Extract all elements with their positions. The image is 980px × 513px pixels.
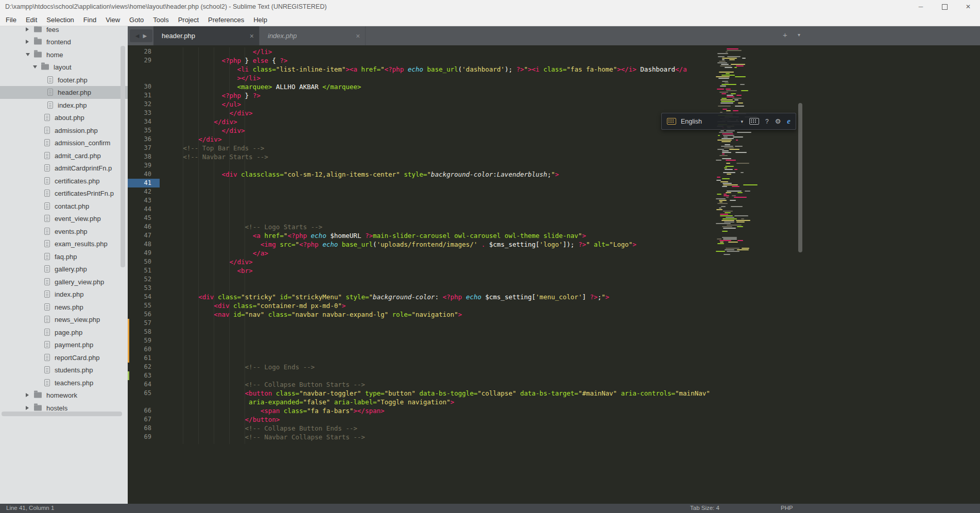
code-line[interactable]: 65 <button class="navbar-toggler" type="… bbox=[128, 389, 980, 398]
code-line[interactable]: 40 <div classclass="col-sm-12,align-item… bbox=[128, 170, 980, 179]
code-line[interactable]: 34 </div> bbox=[128, 117, 980, 126]
maximize-button[interactable] bbox=[933, 0, 956, 13]
code-line[interactable]: 68 <!-- Collapse Button Ends --> bbox=[128, 424, 980, 433]
menu-item-view[interactable]: View bbox=[101, 16, 125, 24]
tab-index-php[interactable]: index.php× bbox=[260, 26, 366, 45]
code-line[interactable]: 66 <span class="fa fa-bars"></span> bbox=[128, 406, 980, 415]
minimize-button[interactable]: ─ bbox=[909, 0, 933, 13]
menu-item-help[interactable]: Help bbox=[249, 16, 272, 24]
sidebar-item-news-php[interactable]: news.php bbox=[0, 300, 128, 313]
tab-close-icon[interactable]: × bbox=[356, 32, 360, 40]
gear-icon[interactable]: ⚙ bbox=[775, 117, 781, 125]
code-line[interactable]: ></li> bbox=[128, 74, 980, 82]
expand-arrow-icon[interactable] bbox=[26, 40, 29, 44]
code-line[interactable]: 63 bbox=[128, 371, 980, 380]
sidebar-item-contact-php[interactable]: contact.php bbox=[0, 199, 128, 212]
code-line[interactable]: 31 <?php } ?> bbox=[128, 91, 980, 100]
code-line[interactable]: 50 </div> bbox=[128, 258, 980, 266]
menu-item-edit[interactable]: Edit bbox=[21, 16, 42, 24]
code-line[interactable]: 49 </a> bbox=[128, 249, 980, 258]
code-line[interactable]: 69 <!-- Navbar Collapse Starts --> bbox=[128, 433, 980, 441]
code-line[interactable]: 35 </div> bbox=[128, 126, 980, 135]
sidebar-item-admit-card-php[interactable]: admit_card.php bbox=[0, 149, 128, 162]
sidebar-item-reportcard-php[interactable]: reportCard.php bbox=[0, 351, 128, 364]
code-line[interactable]: 52 bbox=[128, 275, 980, 284]
expand-arrow-icon[interactable] bbox=[26, 53, 30, 56]
sidebar-item-gallery-php[interactable]: gallery.php bbox=[0, 263, 128, 276]
minimap[interactable] bbox=[715, 45, 752, 313]
code-line[interactable]: 42 bbox=[128, 187, 980, 196]
code-line[interactable]: 29 <?php } else { ?> bbox=[128, 56, 980, 65]
tab-size-indicator[interactable]: Tab Size: 4 bbox=[690, 505, 719, 511]
close-button[interactable]: ✕ bbox=[956, 0, 980, 13]
code-line[interactable]: 58 bbox=[128, 328, 980, 336]
editor-scrollbar[interactable] bbox=[798, 103, 802, 252]
code-line[interactable]: 64 <!-- Collapse Button Starts --> bbox=[128, 380, 980, 389]
menu-item-selection[interactable]: Selection bbox=[42, 16, 78, 24]
sidebar-item-header-php[interactable]: header.php bbox=[0, 86, 128, 99]
code-line[interactable]: 57 bbox=[128, 319, 980, 328]
tab-header-php[interactable]: header.php× bbox=[153, 26, 260, 45]
code-line[interactable]: 43 bbox=[128, 196, 980, 205]
back-icon[interactable]: ◀ bbox=[135, 33, 140, 39]
expand-arrow-icon[interactable] bbox=[26, 406, 29, 410]
code-line[interactable]: 38 <!-- Navbar Starts --> bbox=[128, 152, 980, 161]
expand-arrow-icon[interactable] bbox=[26, 27, 29, 31]
code-line[interactable]: 44 bbox=[128, 205, 980, 214]
sidebar-item-faq-php[interactable]: faq.php bbox=[0, 250, 128, 263]
sidebar-item-admission-confirm[interactable]: admission_confirm bbox=[0, 136, 128, 149]
sidebar-item-event-view-php[interactable]: event_view.php bbox=[0, 212, 128, 225]
sidebar-item-events-php[interactable]: events.php bbox=[0, 225, 128, 237]
sidebar-item-certificates-php[interactable]: certificates.php bbox=[0, 174, 128, 187]
code-line[interactable]: <li class="list-inline-item"><a href="<?… bbox=[128, 65, 980, 74]
code-line[interactable]: 51 <br> bbox=[128, 266, 980, 275]
sidebar-item-page-php[interactable]: page.php bbox=[0, 326, 128, 338]
code-line[interactable]: 28 </li> bbox=[128, 47, 980, 56]
language-bar[interactable]: English ▾ ? ⚙ e bbox=[661, 113, 796, 130]
code-line[interactable]: 47 <a href="<?php echo $homeURL ?>main-s… bbox=[128, 231, 980, 240]
code-line[interactable]: 36 </div> bbox=[128, 135, 980, 144]
code-area[interactable]: 28 </li>29 <?php } else { ?> <li class="… bbox=[128, 45, 980, 504]
sidebar-item-students-php[interactable]: students.php bbox=[0, 364, 128, 377]
sidebar-item-teachers-php[interactable]: teachers.php bbox=[0, 376, 128, 389]
menu-item-project[interactable]: Project bbox=[174, 16, 203, 24]
new-tab-icon[interactable]: + bbox=[783, 30, 787, 39]
code-line[interactable]: 67 </button> bbox=[128, 415, 980, 424]
sidebar-item-admission-php[interactable]: admission.php bbox=[0, 124, 128, 136]
sidebar-item-layout[interactable]: layout bbox=[0, 61, 128, 74]
sidebar-item-gallery-view-php[interactable]: gallery_view.php bbox=[0, 275, 128, 288]
chevron-down-icon[interactable]: ▾ bbox=[741, 119, 743, 124]
ie-icon[interactable]: e bbox=[787, 117, 790, 126]
code-line[interactable]: 59 bbox=[128, 336, 980, 345]
code-line[interactable]: 46 <!-- Logo Starts --> bbox=[128, 223, 980, 231]
expand-arrow-icon[interactable] bbox=[26, 393, 29, 397]
sidebar-item-homework[interactable]: homework bbox=[0, 389, 128, 402]
sidebar-item-fees[interactable]: fees bbox=[0, 26, 128, 36]
sidebar-item-footer-php[interactable]: footer.php bbox=[0, 73, 128, 86]
menu-item-preferences[interactable]: Preferences bbox=[203, 16, 249, 24]
code-line[interactable]: 60 bbox=[128, 345, 980, 354]
sidebar-item-news-view-php[interactable]: news_view.php bbox=[0, 313, 128, 326]
sidebar-item-index-php[interactable]: index.php bbox=[0, 98, 128, 111]
code-line[interactable]: 45 bbox=[128, 214, 980, 223]
code-line[interactable]: 61 bbox=[128, 354, 980, 363]
sidebar-item-home[interactable]: home bbox=[0, 48, 128, 61]
editor[interactable]: 28 </li>29 <?php } else { ?> <li class="… bbox=[128, 45, 980, 504]
tab-close-icon[interactable]: × bbox=[250, 32, 254, 40]
code-line[interactable]: 33 </div> bbox=[128, 109, 980, 117]
code-line[interactable]: 48 <img src="<?php echo base_url('upload… bbox=[128, 240, 980, 249]
code-line[interactable]: 62 <!-- Logo Ends --> bbox=[128, 363, 980, 371]
code-line[interactable]: 32 </ul> bbox=[128, 100, 980, 109]
code-line[interactable]: 39 bbox=[128, 161, 980, 170]
code-line[interactable]: 53 bbox=[128, 284, 980, 293]
code-line[interactable]: 41 bbox=[128, 179, 980, 187]
code-line[interactable]: 37 <!-- Top Bar Ends --> bbox=[128, 144, 980, 152]
sidebar-vertical-scrollbar[interactable] bbox=[121, 46, 125, 267]
code-line[interactable]: 56 <nav id="nav" class="navbar navbar-ex… bbox=[128, 310, 980, 319]
menu-item-find[interactable]: Find bbox=[79, 16, 101, 24]
sidebar-item-payment-php[interactable]: payment.php bbox=[0, 338, 128, 351]
sidebar-item-index-php[interactable]: index.php bbox=[0, 288, 128, 301]
code-line[interactable]: aria-expanded="false" aria-label="Toggle… bbox=[128, 398, 980, 406]
menu-item-file[interactable]: File bbox=[1, 16, 21, 24]
syntax-indicator[interactable]: PHP bbox=[781, 505, 793, 511]
